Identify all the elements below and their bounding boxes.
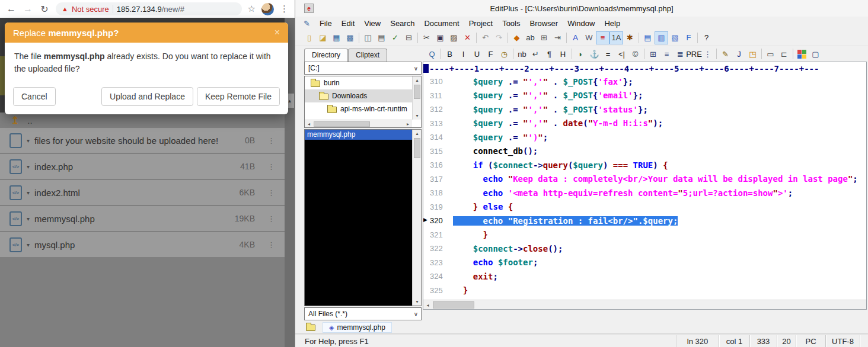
scroll-right-icon[interactable]: ▸ bbox=[404, 120, 412, 128]
code-line-325[interactable]: 325 } bbox=[423, 284, 866, 298]
bookmark-star-icon[interactable]: ☆ bbox=[248, 4, 256, 14]
code-line-319[interactable]: 319 } else { bbox=[423, 200, 866, 214]
special-character-icon[interactable]: © bbox=[628, 47, 642, 60]
menu-file[interactable]: File bbox=[315, 19, 337, 28]
document-tab[interactable]: ◈ memmysql.php bbox=[323, 322, 392, 333]
menu-document[interactable]: Document bbox=[419, 19, 464, 28]
code-line-320[interactable]: 320 echo "Registration : fail<br/>".$que… bbox=[423, 214, 866, 228]
anchor-tag-icon[interactable]: ⚓ bbox=[588, 47, 601, 60]
save-all-icon[interactable]: ▩ bbox=[343, 31, 357, 44]
file-filter-select[interactable]: All Files (*.*) ∨ bbox=[304, 307, 422, 320]
file-row[interactable]: </>▾memmysql.php19KB⋮ bbox=[0, 206, 285, 231]
paste-icon[interactable]: ▨ bbox=[447, 31, 461, 44]
javascript-icon[interactable]: J bbox=[732, 47, 746, 60]
html-document-icon[interactable]: ⊟ bbox=[402, 31, 416, 44]
back-icon[interactable]: ← bbox=[6, 4, 17, 14]
file-name[interactable]: memmysql.php bbox=[34, 214, 95, 224]
file-listbox[interactable]: memmysql.php ▴ ▾ bbox=[304, 129, 422, 306]
code-line-324[interactable]: 324 exit; bbox=[423, 269, 866, 284]
menu-project[interactable]: Project bbox=[464, 19, 497, 28]
code-line-315[interactable]: 315 connect_db(); bbox=[423, 144, 866, 159]
horizontal-rule-icon[interactable]: = bbox=[601, 47, 615, 60]
view-functions-icon[interactable]: F bbox=[682, 31, 695, 44]
edit-script-icon[interactable]: ✎ bbox=[719, 47, 732, 60]
open-folder-icon[interactable]: ◪ bbox=[316, 31, 330, 44]
file-name[interactable]: files for your website should be uploade… bbox=[34, 136, 218, 146]
reload-icon[interactable]: ↻ bbox=[39, 4, 50, 15]
align-center-icon[interactable]: ≡ bbox=[660, 47, 674, 60]
row-dropdown-icon[interactable]: ▾ bbox=[27, 189, 30, 196]
row-dropdown-icon[interactable]: ▾ bbox=[27, 137, 30, 144]
folder-icon[interactable] bbox=[306, 324, 315, 331]
view-toolbar-icon[interactable]: ▧ bbox=[668, 31, 682, 44]
span-tag-icon[interactable]: ⊏ bbox=[777, 47, 791, 60]
code-line-311[interactable]: 311 $query .= "','" . $_POST{'email'}; bbox=[423, 89, 866, 103]
tree-item-api-ms-win-crt-runtim[interactable]: api-ms-win-crt-runtim bbox=[305, 102, 421, 115]
frame-tag-icon[interactable]: ▢ bbox=[809, 47, 822, 60]
view-cliptext-icon[interactable]: ▥ bbox=[655, 31, 668, 44]
tree-vertical-scrollbar[interactable]: ▴ ▾ bbox=[412, 76, 421, 120]
row-menu-icon[interactable]: ⋮ bbox=[267, 136, 275, 145]
new-document-icon[interactable]: ▯ bbox=[302, 31, 316, 44]
font-icon[interactable]: A bbox=[569, 31, 582, 44]
underline-icon[interactable]: U bbox=[470, 47, 484, 60]
view-directory-icon[interactable]: ▤ bbox=[641, 31, 655, 44]
tab-directory[interactable]: Directory bbox=[304, 49, 348, 62]
menu-browser[interactable]: Browser bbox=[525, 19, 563, 28]
undo-icon[interactable]: ↶ bbox=[478, 31, 492, 44]
code-line-310[interactable]: 310 $query .= "','" . $_POST{'fax'}; bbox=[423, 75, 866, 89]
code-line-321[interactable]: 321 } bbox=[423, 228, 866, 242]
code-line-318[interactable]: 318 echo '<meta http-equiv=refresh conte… bbox=[423, 186, 866, 200]
folder-tree[interactable]: burinDownloadsapi-ms-win-crt-runtim ▴ ▾ … bbox=[304, 76, 422, 128]
address-bar[interactable]: ▲ Not secure 185.27.134.9/new/# bbox=[56, 2, 242, 15]
row-menu-icon[interactable]: ⋮ bbox=[267, 214, 275, 223]
not-secure-label[interactable]: Not secure bbox=[72, 5, 109, 14]
line-break-icon[interactable]: ↵ bbox=[529, 47, 542, 60]
file-name[interactable]: index2.html bbox=[34, 188, 80, 198]
menu-view[interactable]: View bbox=[359, 19, 385, 28]
code-line-314[interactable]: 314 $query .= "')"; bbox=[423, 130, 866, 144]
scroll-up-icon[interactable]: ▴ bbox=[413, 130, 422, 137]
cancel-button[interactable]: Cancel bbox=[13, 87, 56, 106]
upload-replace-button[interactable]: Upload and Replace bbox=[101, 87, 193, 106]
spell-check-icon[interactable]: ✓ bbox=[388, 31, 402, 44]
preferences-icon[interactable]: ✱ bbox=[623, 31, 637, 44]
objects-icon[interactable]: ◳ bbox=[746, 47, 760, 60]
word-wrap-icon[interactable]: W bbox=[582, 31, 596, 44]
code-line-313[interactable]: 313 $query .= "','" . date("Y-m-d H:i:s"… bbox=[423, 117, 866, 131]
menu-search[interactable]: Search bbox=[385, 19, 419, 28]
file-name[interactable]: mysql.php bbox=[34, 240, 75, 250]
delete-icon[interactable]: ✕ bbox=[461, 31, 474, 44]
row-menu-icon[interactable]: ⋮ bbox=[267, 188, 275, 197]
browser-menu-icon[interactable]: ⋮ bbox=[280, 4, 289, 14]
url-text[interactable]: 185.27.134.9/new/# bbox=[117, 5, 184, 14]
row-dropdown-icon[interactable]: ▾ bbox=[27, 163, 30, 170]
cut-icon[interactable]: ✂ bbox=[420, 31, 433, 44]
drive-select[interactable]: [C:] ∨ bbox=[304, 62, 422, 75]
row-dropdown-icon[interactable]: ▾ bbox=[27, 216, 30, 222]
code-line-322[interactable]: 322 $connect->close(); bbox=[423, 242, 866, 256]
tab-cliptext[interactable]: Cliptext bbox=[348, 49, 387, 62]
line-spacing-icon[interactable]: ≡ bbox=[596, 31, 609, 44]
pre-tag-icon[interactable]: PRE bbox=[687, 47, 701, 60]
list-vertical-scrollbar[interactable]: ▴ ▾ bbox=[412, 130, 421, 306]
copy-html-icon[interactable]: ⊞ bbox=[537, 31, 551, 44]
font-tag-icon[interactable]: F bbox=[484, 47, 497, 60]
file-row[interactable]: </>▾index.php41B⋮ bbox=[0, 154, 285, 179]
comment-tag-icon[interactable]: <| bbox=[615, 47, 628, 60]
scroll-down-icon[interactable]: ▾ bbox=[413, 112, 422, 120]
parent-directory-row[interactable]: ↥ .. bbox=[0, 113, 285, 128]
code-line-317[interactable]: 317 echo "Keep data : completely<br/>You… bbox=[423, 172, 866, 187]
title-bar[interactable]: e EditPlus - [C:\Users\burin\Downloads\m… bbox=[295, 0, 868, 17]
file-row[interactable]: </>▾index2.html6KB⋮ bbox=[0, 180, 285, 205]
image-tag-icon[interactable]: ◗ bbox=[574, 47, 588, 60]
scroll-up-icon[interactable]: ▴ bbox=[413, 76, 422, 84]
close-icon[interactable]: × bbox=[275, 27, 280, 38]
menu-tools[interactable]: Tools bbox=[497, 19, 525, 28]
italic-icon[interactable]: I bbox=[457, 47, 470, 60]
code-line-323[interactable]: 323 echo $footer; bbox=[423, 256, 866, 270]
redo-icon[interactable]: ↷ bbox=[492, 31, 506, 44]
folder-tag-icon[interactable]: ▭ bbox=[764, 47, 777, 60]
align-right-icon[interactable]: ≣ bbox=[674, 47, 687, 60]
menu-edit[interactable]: Edit bbox=[337, 19, 359, 28]
